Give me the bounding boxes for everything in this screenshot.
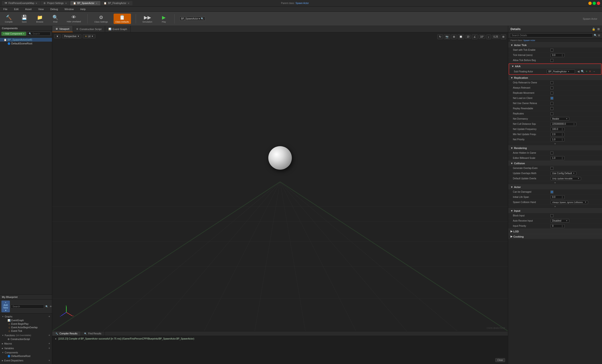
replicate-movement-checkbox[interactable] bbox=[550, 92, 553, 94]
hide-unrelated-button[interactable]: 👁 Hide Unrelated bbox=[65, 14, 83, 24]
block-input-checkbox[interactable] bbox=[550, 214, 553, 217]
menu-edit[interactable]: Edit bbox=[13, 7, 20, 11]
actor-tick-header[interactable]: ▼ Actor Tick bbox=[508, 43, 602, 47]
tab-viewport[interactable]: 🖥 Viewport bbox=[52, 26, 73, 32]
actor-section-expand-row[interactable]: ▼ bbox=[508, 205, 602, 208]
menu-help[interactable]: Help bbox=[79, 7, 87, 11]
actor-hidden-checkbox[interactable] bbox=[550, 152, 553, 154]
details-layout-icon[interactable]: ⊞ bbox=[597, 28, 600, 31]
vp-ctrl-scale[interactable]: ↕ bbox=[486, 34, 491, 39]
replicates-checkbox[interactable] bbox=[550, 112, 553, 115]
find-button[interactable]: 🔍 Find bbox=[49, 14, 61, 24]
input-header[interactable]: ▼ Input bbox=[508, 208, 602, 213]
graphs-add-button[interactable]: + bbox=[48, 315, 50, 318]
replay-rewindable-checkbox[interactable] bbox=[550, 107, 553, 110]
bp-variables-header[interactable]: ▶ Variables + bbox=[0, 346, 52, 350]
tab-compiler-results[interactable]: 🔧 Compiler Results bbox=[52, 331, 81, 336]
aaa-add-icon[interactable]: + bbox=[586, 70, 587, 73]
always-relevant-checkbox[interactable] bbox=[550, 86, 553, 89]
blueprint-search-input[interactable] bbox=[11, 304, 44, 309]
maximize-button[interactable] bbox=[593, 2, 596, 5]
play-button[interactable]: ▶ Play bbox=[158, 14, 170, 24]
tab-close[interactable]: ✕ bbox=[65, 2, 67, 4]
bp-item-default-scene-root[interactable]: 🔵 DefaultSceneRoot bbox=[0, 354, 52, 358]
vp-ctrl-rotate[interactable]: ↻ bbox=[437, 34, 443, 39]
compile-button[interactable]: 🔨 Compile bbox=[3, 14, 15, 24]
simulation-button[interactable]: ▶▶ Simulation bbox=[141, 14, 154, 24]
functions-add-button[interactable]: + bbox=[48, 334, 50, 337]
menu-window[interactable]: Window bbox=[63, 7, 75, 11]
add-component-button[interactable]: + Add Component > bbox=[1, 32, 26, 36]
aaa-arrow-icon[interactable]: → bbox=[593, 70, 595, 73]
title-tab-projectsettings[interactable]: ⚙Project Settings✕ bbox=[41, 1, 70, 5]
aaa-header[interactable]: ▼ AAA bbox=[509, 64, 601, 69]
update-overlaps-dropdown[interactable]: Use Config Default ▼ bbox=[550, 172, 576, 175]
title-tab-bp_spawnactor[interactable]: 📋BP_SpawnActor✕ bbox=[70, 1, 101, 5]
net-cull-input[interactable]: 225000000.0 ▲▼ bbox=[550, 122, 576, 126]
variables-add-button[interactable]: + bbox=[48, 347, 50, 350]
bp-item-construction-script[interactable]: ⚙ ConstructionScript bbox=[0, 337, 52, 341]
input-priority-input[interactable]: 0 ▲▼ bbox=[550, 224, 565, 228]
bp-graphs-header[interactable]: ▼ Graphs + bbox=[0, 314, 52, 319]
auto-receive-dropdown[interactable]: Disabled ▼ bbox=[550, 219, 569, 223]
cooking-header[interactable]: ▶ Cooking bbox=[508, 234, 602, 239]
generate-overlap-checkbox[interactable] bbox=[550, 167, 553, 170]
menu-asset[interactable]: Asset bbox=[24, 7, 33, 11]
initial-life-span-input[interactable]: 0.0 ▲▼ bbox=[550, 195, 565, 199]
sub-floating-dropdown[interactable]: BP_FloatingActor ▼ bbox=[547, 70, 575, 73]
net-load-client-checkbox[interactable] bbox=[550, 97, 553, 100]
macros-add-button[interactable]: + bbox=[48, 342, 50, 345]
bp-item-event-graph[interactable]: 📊 EventGraph bbox=[0, 319, 52, 322]
event-dispatchers-add-button[interactable]: + bbox=[48, 359, 50, 362]
perspective-button[interactable]: Perspective ▼ bbox=[62, 34, 81, 38]
tab-construction-script[interactable]: ⚙ Construction Script bbox=[73, 26, 105, 32]
add-new-button[interactable]: + Add New ▾ bbox=[1, 301, 10, 312]
bp-item-event-tick[interactable]: ◇ Event Tick bbox=[0, 329, 52, 333]
editor-billboard-input[interactable]: 1.0 ▲▼ bbox=[550, 156, 565, 160]
tab-close[interactable]: ✕ bbox=[128, 2, 129, 4]
aaa-remove-icon[interactable]: ✕ bbox=[589, 70, 591, 73]
bp-functions-header[interactable]: ▼ Functions (16 Overridable) + bbox=[0, 333, 52, 337]
bp-components-header[interactable]: ▼ Components bbox=[0, 351, 52, 354]
tab-find-results[interactable]: 🔍 Find Results bbox=[81, 331, 105, 336]
menu-view[interactable]: View bbox=[37, 7, 45, 11]
debug-filter-dropdown[interactable]: BP_SpawnActor ▾ 🔍 bbox=[179, 17, 205, 21]
tick-interval-input[interactable]: 0.0 ▲▼ bbox=[550, 53, 565, 57]
bp-event-dispatchers-header[interactable]: ▶ Event Dispatchers + bbox=[0, 358, 52, 363]
details-lock-icon[interactable]: 🔒 bbox=[592, 28, 595, 31]
start-tick-checkbox[interactable] bbox=[550, 49, 553, 52]
browse-button[interactable]: 📁 Browse bbox=[34, 14, 46, 24]
viewport-dropdown-button[interactable]: ▼ bbox=[54, 34, 61, 38]
clear-button[interactable]: Clear bbox=[495, 358, 505, 362]
class-settings-button[interactable]: ⚙ Class Settings bbox=[92, 14, 110, 24]
default-update-dropdown[interactable]: Only Update Movable ▼ bbox=[550, 177, 581, 180]
menu-debug[interactable]: Debug bbox=[49, 7, 59, 11]
tab-close[interactable]: ✕ bbox=[35, 2, 37, 4]
aaa-search-icon[interactable]: 🔍 bbox=[581, 70, 584, 73]
net-dormancy-dropdown[interactable]: Awake ▼ bbox=[550, 117, 569, 121]
allow-tick-beg-checkbox[interactable] bbox=[550, 59, 553, 62]
bp-view-icon-search[interactable]: 🔍 bbox=[45, 305, 49, 308]
net-use-owner-checkbox[interactable] bbox=[550, 102, 553, 105]
vp-ctrl-extra[interactable]: ⊞ bbox=[501, 34, 506, 39]
tab-close[interactable]: ✕ bbox=[96, 2, 97, 4]
bp-view-icon-eye[interactable]: 👁 bbox=[49, 305, 53, 308]
vp-ctrl-camera[interactable]: 📷 bbox=[444, 34, 450, 39]
title-tab-firstpersonexamplemap[interactable]: 🗺FirstPersonExampleMap✕ bbox=[2, 1, 40, 5]
aaa-prev-icon[interactable]: ◀ bbox=[577, 70, 580, 73]
vp-ctrl-angle[interactable]: ∠ bbox=[472, 34, 478, 39]
only-relevant-checkbox[interactable] bbox=[550, 81, 553, 84]
bp-item-event-begin-play[interactable]: ◇ Event BeginPlay bbox=[0, 322, 52, 326]
bp-item-event-actor-begin-overlap[interactable]: ◇ Event ActorBeginOverlap bbox=[0, 326, 52, 329]
lit-button[interactable]: ☀ Lit ▼ bbox=[83, 34, 95, 38]
bp-macros-header[interactable]: ▶ Macros + bbox=[0, 342, 52, 346]
collision-header[interactable]: ▼ Collision bbox=[508, 161, 602, 166]
tree-item-bp-spawn-actor[interactable]: 📋 BP_SpawnActor(self) bbox=[0, 38, 52, 42]
min-net-update-input[interactable]: 2.0 ▲▼ bbox=[550, 133, 565, 136]
rendering-header[interactable]: ▼ Rendering bbox=[508, 146, 602, 150]
vp-ctrl-grid[interactable]: ⊞ bbox=[451, 34, 457, 39]
save-button[interactable]: 💾 Save bbox=[18, 14, 30, 24]
class-defaults-button[interactable]: 📋 Class Defaults bbox=[114, 14, 131, 24]
net-priority-input[interactable]: 1.0 ▲▼ bbox=[550, 138, 565, 141]
can-be-damaged-checkbox[interactable] bbox=[550, 191, 553, 193]
